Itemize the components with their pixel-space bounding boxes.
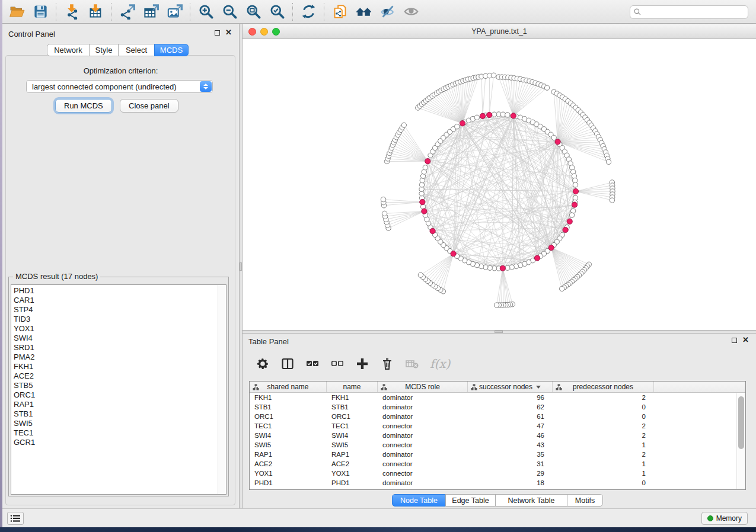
cell[interactable]: FKH1: [250, 393, 327, 402]
column-header-predecessor-nodes[interactable]: predecessor nodes: [553, 382, 654, 392]
cell[interactable]: YOX1: [327, 469, 378, 478]
mcds-result-item[interactable]: TID3: [11, 315, 218, 324]
mcds-result-item[interactable]: ORC1: [11, 390, 218, 400]
optimization-criterion-select[interactable]: largest connected component (undirected): [26, 80, 213, 93]
mcds-result-item[interactable]: STB5: [11, 381, 218, 390]
cell[interactable]: 2: [553, 393, 654, 402]
cell[interactable]: STB1: [250, 402, 327, 412]
mcds-result-item[interactable]: PHD1: [11, 286, 218, 296]
cell[interactable]: PHD1: [250, 478, 327, 488]
refresh-layout-button[interactable]: [296, 2, 320, 22]
show-columns-button[interactable]: [280, 355, 295, 373]
cell[interactable]: STB1: [327, 402, 378, 412]
network-canvas[interactable]: [243, 39, 756, 330]
cell[interactable]: 2: [553, 450, 654, 459]
cell[interactable]: ACE2: [250, 459, 327, 469]
mcds-result-item[interactable]: SRD1: [11, 343, 218, 352]
table-row-RAP1[interactable]: RAP1RAP1dominator352: [250, 450, 745, 459]
close-panel-button[interactable]: Close panel: [120, 99, 178, 113]
tab-mcds[interactable]: MCDS: [154, 44, 189, 56]
cell[interactable]: 29: [468, 469, 553, 478]
cell[interactable]: 47: [468, 421, 553, 431]
cell[interactable]: SWI4: [250, 431, 327, 440]
float-table-panel-icon[interactable]: [732, 338, 737, 343]
zoom-fit-button[interactable]: [241, 2, 265, 22]
select-all-rows-button[interactable]: [305, 355, 320, 373]
cell[interactable]: 1: [553, 440, 654, 450]
zoom-selected-button[interactable]: [265, 2, 289, 22]
delete-table-button[interactable]: [405, 355, 419, 373]
column-header-name[interactable]: name: [327, 382, 378, 392]
mcds-result-item[interactable]: SWI4: [11, 334, 218, 343]
table-row-PHD1[interactable]: PHD1PHD1dominator180: [250, 478, 745, 488]
cell[interactable]: ORC1: [250, 412, 327, 421]
export-table-button[interactable]: [139, 2, 162, 22]
tab-edge-table[interactable]: Edge Table: [445, 494, 496, 507]
tab-motifs[interactable]: Motifs: [567, 494, 603, 507]
vertical-splitter-grip[interactable]: [240, 262, 242, 271]
hide-graphics-details-button[interactable]: [375, 2, 399, 22]
clone-network-button[interactable]: [328, 2, 352, 22]
memory-button[interactable]: Memory: [701, 512, 748, 525]
node-table-scrollbar[interactable]: [736, 393, 745, 489]
cell[interactable]: SWI5: [250, 440, 327, 450]
show-graphics-details-button[interactable]: [399, 2, 423, 22]
zoom-in-button[interactable]: [194, 2, 218, 22]
cell[interactable]: 61: [468, 412, 553, 421]
mcds-result-item[interactable]: PMA2: [11, 352, 218, 362]
function-builder-button[interactable]: f(x): [430, 357, 450, 371]
cell[interactable]: dominator: [378, 412, 468, 421]
tab-network-table[interactable]: Network Table: [495, 494, 567, 507]
float-panel-icon[interactable]: [215, 30, 220, 36]
save-session-button[interactable]: [28, 2, 52, 22]
table-row-SWI4[interactable]: SWI4SWI4dominator462: [250, 431, 745, 440]
network-window-titlebar[interactable]: YPA_prune.txt_1: [243, 24, 756, 39]
tab-node-table[interactable]: Node Table: [392, 494, 446, 507]
column-header-successor-nodes[interactable]: successor nodes: [468, 382, 553, 392]
cell[interactable]: YOX1: [250, 469, 327, 478]
horizontal-splitter-grip[interactable]: [495, 331, 503, 333]
mcds-result-item[interactable]: STP4: [11, 305, 218, 315]
cell[interactable]: RAP1: [327, 450, 378, 459]
cell[interactable]: 62: [468, 402, 553, 412]
cell[interactable]: 1: [553, 459, 654, 469]
import-network-button[interactable]: [60, 2, 84, 22]
column-header-MCDS-role[interactable]: MCDS role: [378, 382, 468, 392]
cell[interactable]: 0: [553, 478, 654, 488]
cell[interactable]: 43: [468, 440, 553, 450]
table-row-STB1[interactable]: STB1STB1dominator620: [250, 402, 745, 412]
close-panel-icon[interactable]: ✕: [225, 30, 232, 36]
open-file-button[interactable]: [5, 2, 28, 22]
table-row-ACE2[interactable]: ACE2ACE2connector311: [250, 459, 745, 469]
cell[interactable]: 18: [468, 478, 553, 488]
import-table-button[interactable]: [84, 2, 107, 22]
cell[interactable]: connector: [378, 459, 468, 469]
table-settings-button[interactable]: [256, 355, 270, 373]
mcds-result-item[interactable]: SWI5: [11, 419, 218, 428]
cell[interactable]: connector: [378, 440, 468, 450]
tab-select[interactable]: Select: [118, 44, 155, 56]
cell[interactable]: 46: [468, 431, 553, 440]
search-input[interactable]: [630, 5, 748, 19]
cell[interactable]: dominator: [378, 402, 468, 412]
cell[interactable]: connector: [378, 421, 468, 431]
cell[interactable]: ACE2: [327, 459, 378, 469]
mcds-result-item[interactable]: FKH1: [11, 362, 218, 371]
cell[interactable]: SWI5: [327, 440, 378, 450]
column-header-shared-name[interactable]: shared name: [250, 382, 327, 392]
add-column-button[interactable]: [355, 355, 369, 373]
tab-style[interactable]: Style: [89, 44, 119, 56]
cell[interactable]: PHD1: [327, 478, 378, 488]
home-button[interactable]: [352, 2, 375, 22]
panel-list-button[interactable]: [7, 512, 24, 525]
cell[interactable]: FKH1: [327, 393, 378, 402]
mcds-list-scrollbar[interactable]: [218, 285, 226, 494]
cell[interactable]: connector: [378, 469, 468, 478]
cell[interactable]: 0: [553, 412, 654, 421]
export-image-button[interactable]: [162, 2, 186, 22]
table-row-FKH1[interactable]: FKH1FKH1dominator962: [250, 393, 745, 402]
cell[interactable]: ORC1: [327, 412, 378, 421]
export-network-button[interactable]: [115, 2, 139, 22]
cell[interactable]: dominator: [378, 478, 468, 488]
table-row-ORC1[interactable]: ORC1ORC1dominator610: [250, 412, 745, 421]
